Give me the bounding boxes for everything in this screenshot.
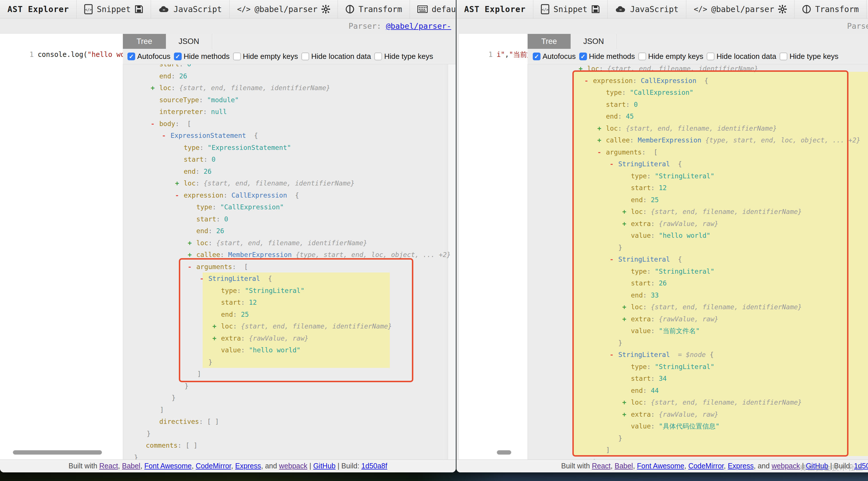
footer-link[interactable]: React [99,462,118,470]
tree-row[interactable]: +loc: {start, end, filename, identifierN… [188,237,367,249]
tree-row[interactable]: +loc: {start, end, filename, identifierN… [212,320,392,332]
expand-icon[interactable]: + [622,218,631,230]
snippet-menu[interactable]: </> Snippet [533,0,608,19]
tree-row[interactable]: -StringLiteral { [610,253,682,265]
tree-row[interactable]: type: "StringLiteral" [212,284,305,297]
tree-row[interactable]: type: "CallExpression" [188,201,284,213]
footer-link[interactable]: Babel [615,462,633,470]
tree-row[interactable]: +loc: {start, end, filename, identifierN… [622,206,802,218]
checkbox-unchecked-icon[interactable] [707,53,714,60]
code-editor[interactable]: 1i","当前文件名", [459,34,528,460]
brand[interactable]: AST Explorer [457,0,533,19]
tree-row[interactable]: start: 0 [597,98,638,111]
expand-icon[interactable]: + [622,206,631,218]
keybinding-menu[interactable]: default [410,0,456,19]
tree-row[interactable]: +loc: {start, end, filename, identifierN… [151,82,330,94]
brand[interactable]: AST Explorer [0,0,76,19]
save-icon[interactable] [135,5,143,13]
tree-row[interactable]: +extra: {rawValue, raw} [212,332,309,344]
tree-row[interactable]: comments: [ ] [137,439,197,451]
language-menu[interactable]: ∞ JavaScript [608,0,686,19]
option-hide-methods[interactable]: ✓Hide methods [579,52,635,61]
tab-json[interactable]: JSON [570,34,617,49]
tree-row[interactable]: end: 44 [622,385,659,397]
tree-row[interactable]: } [610,337,622,349]
expand-icon[interactable]: + [188,237,196,249]
snippet-menu[interactable]: </> Snippet [76,0,151,19]
footer-link[interactable]: 1d50a8f [361,462,387,470]
checkbox-unchecked-icon[interactable] [301,53,309,60]
option-hide-location-data[interactable]: Hide location data [301,52,371,61]
tree-row[interactable]: value: "hello world" [622,230,710,241]
tree-row[interactable]: } [610,432,622,444]
collapse-icon[interactable]: - [151,118,159,130]
tree-row[interactable]: end: 25 [212,308,249,321]
parser-version-link[interactable]: @babel/parser- [386,22,451,30]
expand-icon[interactable]: + [212,332,221,344]
tree-row[interactable]: ] [597,444,610,456]
option-autofocus[interactable]: ✓Autofocus [127,52,170,61]
tree-row[interactable]: -StringLiteral { [200,272,272,284]
expand-icon[interactable]: + [622,396,631,408]
tree-row[interactable]: end: 26 [151,70,187,82]
option-hide-methods[interactable]: ✓Hide methods [174,52,229,61]
tree-row[interactable]: start: 0 [175,153,216,166]
checkbox-checked-icon[interactable]: ✓ [533,53,540,60]
tree-row[interactable]: value: "当前文件名" [622,325,700,337]
tab-tree[interactable]: Tree [528,34,570,49]
footer-link[interactable]: Express [727,462,753,470]
tree-row[interactable]: type: "ExpressionStatement" [175,142,291,154]
tree-row[interactable]: -expression: CallExpression { [175,189,299,201]
tree-row[interactable]: -ExpressionStatement { [162,129,258,142]
tab-tree[interactable]: Tree [123,34,166,49]
expand-icon[interactable]: + [622,408,631,420]
tree-scrollbar-track[interactable] [448,64,456,460]
tree-row[interactable]: +extra: {rawValue, raw} [622,218,718,230]
tree-row[interactable]: +extra: {rawValue, raw} [622,408,718,420]
horizontal-scrollbar[interactable] [13,450,102,455]
expand-icon[interactable]: + [622,313,631,325]
transform-menu[interactable]: Transform [338,0,410,19]
tree-row[interactable]: ] [189,368,201,380]
tree-row[interactable]: -arguments: [ [188,261,248,273]
horizontal-scrollbar[interactable] [497,450,511,455]
tree-row[interactable]: +loc: {start, end, filename, identifierN… [622,301,802,313]
expand-icon[interactable]: + [151,82,159,94]
collapse-icon[interactable]: - [610,349,618,361]
option-hide-type-keys[interactable]: Hide type keys [780,52,838,61]
save-icon[interactable] [591,5,600,13]
expand-icon[interactable]: + [597,122,606,134]
parser-menu[interactable]: </> @babel/parser [686,0,795,19]
tree-row[interactable]: ] [151,404,164,416]
tree-row[interactable]: type: "StringLiteral" [622,170,714,182]
collapse-icon[interactable]: - [584,75,593,87]
tree-row[interactable]: +loc: {start, end, filename, identifierN… [622,396,802,408]
footer-link[interactable]: React [592,462,611,470]
expand-icon[interactable]: + [579,63,587,75]
tree-row[interactable]: -body: [ [151,118,191,130]
tree-row[interactable]: -StringLiteral = $node { [610,349,714,361]
tree-row[interactable]: value: "具体代码位置信息" [622,420,720,432]
tree-row[interactable]: +loc: {start, end, filename, identifierN… [175,177,354,189]
tree-row[interactable]: type: "StringLiteral" [622,361,714,373]
collapse-icon[interactable]: - [610,158,618,170]
tree-row[interactable]: end: 33 [622,289,659,301]
expand-icon[interactable]: + [188,249,196,261]
checkbox-checked-icon[interactable]: ✓ [174,53,182,60]
collapse-icon[interactable]: - [188,261,196,273]
tree-row[interactable]: directives: [ ] [151,416,219,428]
collapse-icon[interactable]: - [597,146,606,158]
tree-row[interactable]: value: "hello world" [212,344,301,356]
footer-link[interactable]: Express [235,462,261,470]
checkbox-unchecked-icon[interactable] [374,53,382,60]
expand-icon[interactable]: + [175,177,184,189]
collapse-icon[interactable]: - [610,253,618,265]
option-hide-location-data[interactable]: Hide location data [707,52,776,61]
tree-row[interactable]: +loc: {start, end, filename, identifierN… [597,122,777,134]
checkbox-checked-icon[interactable]: ✓ [579,53,587,60]
collapse-icon[interactable]: - [200,272,208,284]
option-hide-type-keys[interactable]: Hide type keys [374,52,433,61]
footer-link[interactable]: webpack [772,462,800,470]
language-menu[interactable]: ∞ JavaScript [151,0,229,19]
expand-icon[interactable]: + [622,301,631,313]
